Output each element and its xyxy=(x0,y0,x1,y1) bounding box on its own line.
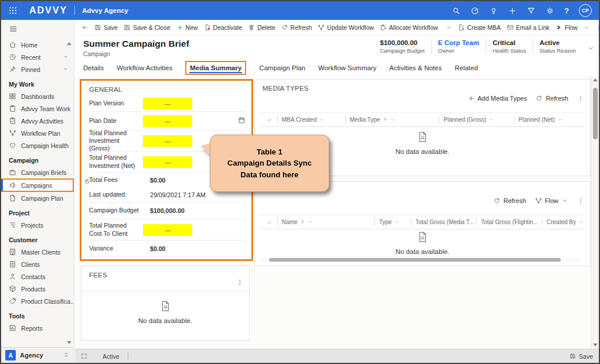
chevron-up-down-icon[interactable] xyxy=(63,350,70,360)
chevron-down-icon[interactable] xyxy=(63,54,69,61)
back-button[interactable] xyxy=(79,20,91,35)
flow-button[interactable]: Flow xyxy=(553,20,581,35)
field-variance[interactable]: Variance $0.00 xyxy=(89,241,246,257)
tab-activities-notes[interactable]: Activities & Notes xyxy=(389,61,441,75)
email-a-link-button[interactable]: Email a Link xyxy=(504,20,553,35)
new-button[interactable]: New xyxy=(173,20,201,35)
field-plan-version[interactable]: Plan Version --- xyxy=(89,95,246,112)
save-button[interactable]: Save xyxy=(91,20,121,35)
allocate-workflow-chevron[interactable] xyxy=(443,20,455,35)
deactivate-button[interactable]: Deactivate xyxy=(201,20,246,35)
filter-icon[interactable] xyxy=(527,6,536,15)
column-type[interactable]: Type xyxy=(374,218,411,226)
sidebar-item-pinned[interactable]: Pinned xyxy=(1,63,74,75)
column-total-gross-flighting[interactable]: Total Gross (Flightin... xyxy=(476,218,542,226)
form-content: GENERAL Plan Version --- Plan Date --- T… xyxy=(75,76,599,349)
add-media-types-button[interactable]: Add Media Types xyxy=(468,95,527,102)
column-name[interactable]: Name xyxy=(277,218,374,226)
horizontal-scrollbar[interactable] xyxy=(261,257,581,262)
field-total-planned-cost-to-client[interactable]: Total Planned Cost To Client --- xyxy=(89,219,246,241)
pin-icon xyxy=(9,66,16,73)
media-types-refresh-button[interactable]: Refresh xyxy=(536,95,568,102)
expand-icon[interactable] xyxy=(81,353,87,359)
tab-media-summary[interactable]: Media Summary xyxy=(185,61,246,75)
vertical-scrollbar[interactable] xyxy=(591,76,599,349)
sidebar-item-clients[interactable]: Clients xyxy=(1,258,74,270)
column-total-gross-media[interactable]: Total Gross (Media T... xyxy=(411,218,476,226)
annotation-callout: Table 1 Campaign Details Sync Data found… xyxy=(210,135,329,192)
menu-icon[interactable] xyxy=(1,20,74,38)
bookings-more-button[interactable] xyxy=(577,197,584,204)
calendar-icon[interactable] xyxy=(238,116,246,126)
column-mba-created[interactable]: MBA Created xyxy=(277,115,345,124)
update-workflow-button[interactable]: Update Workflow xyxy=(315,20,377,35)
fees-more-button[interactable] xyxy=(236,278,244,289)
column-created-by[interactable]: Created By xyxy=(542,218,584,226)
sidebar-item-campaign-health[interactable]: Campaign Health xyxy=(1,139,74,152)
owner-link[interactable]: E Corp Team xyxy=(438,39,479,46)
stat-status-reason: Active Status Reason xyxy=(533,39,582,54)
chevron-down-icon[interactable] xyxy=(63,66,69,73)
sidebar-item-products[interactable]: Products xyxy=(1,283,74,295)
plus-icon[interactable] xyxy=(508,6,517,15)
ellipsis-icon xyxy=(595,24,599,31)
sidebar-item-recent[interactable]: Recent xyxy=(1,51,74,63)
create-mba-button[interactable]: Create MBA xyxy=(455,20,503,35)
sidebar-item-workflow-plan[interactable]: Workflow Plan xyxy=(1,127,74,139)
stat-owner: E Corp Team Owner xyxy=(431,39,486,54)
sidebar-item-projects[interactable]: Projects xyxy=(1,219,74,231)
save-and-close-button[interactable]: Save & Close xyxy=(121,20,173,35)
column-planned-net[interactable]: Planned (Net) xyxy=(514,115,584,124)
sidebar-item-home[interactable]: Home xyxy=(1,39,74,51)
sidebar-item-product-classifications[interactable]: Product Classifica... xyxy=(1,295,74,307)
column-planned-gross[interactable]: Planned (Gross) xyxy=(439,115,514,124)
statusbar-save-button[interactable]: Save xyxy=(570,353,593,360)
help-icon[interactable]: ? xyxy=(564,6,569,15)
refresh-button[interactable]: Refresh xyxy=(278,20,315,35)
sidebar-item-reports[interactable]: Reports xyxy=(1,322,74,334)
area-switcher[interactable]: A Agency xyxy=(1,347,74,363)
sidebar-item-campaign-plan[interactable]: Campaign Plan xyxy=(1,192,74,204)
header-collapse-chevron[interactable] xyxy=(587,44,595,54)
select-all-checkmark[interactable] xyxy=(261,218,277,226)
gear-icon[interactable] xyxy=(546,6,554,15)
tab-workflow-activities[interactable]: Workflow Activities xyxy=(117,61,172,75)
scroll-up-arrow[interactable] xyxy=(593,78,598,81)
tab-workflow-summary[interactable]: Workflow Summary xyxy=(318,61,376,75)
sidebar-item-campaign-briefs[interactable]: Campaign Briefs xyxy=(1,166,74,178)
tab-campaign-plan[interactable]: Campaign Plan xyxy=(259,61,305,75)
scroll-down-arrow[interactable] xyxy=(593,344,598,346)
scrollbar-thumb[interactable] xyxy=(593,88,598,139)
sidebar-item-master-clients[interactable]: Master Clients xyxy=(1,246,74,258)
tab-related[interactable]: Related xyxy=(455,61,478,75)
bookings-refresh-button[interactable]: Refresh xyxy=(493,197,526,204)
delete-button[interactable]: Delete xyxy=(245,20,278,35)
sidebar-item-dashboards[interactable]: Dashboards xyxy=(1,90,74,102)
allocate-workflow-button[interactable]: Allocate Workflow xyxy=(377,20,441,35)
home-icon xyxy=(9,41,16,49)
column-media-type[interactable]: Media Type xyxy=(345,115,439,124)
sidebar-item-advvy-team-work[interactable]: Advvy Team Work xyxy=(1,102,74,115)
media-types-grid-header: MBA Created Media Type Planned (Gross) P… xyxy=(261,112,584,127)
waffle-icon[interactable] xyxy=(8,6,18,15)
more-commands-button[interactable] xyxy=(592,20,599,35)
field-campaign-budget[interactable]: Campaign Budget $100,000.00 xyxy=(89,202,246,219)
building-icon xyxy=(9,248,16,256)
highlighted-value: --- xyxy=(143,135,192,147)
search-icon[interactable] xyxy=(452,6,461,15)
scrollbar-thumb[interactable] xyxy=(269,258,561,262)
avatar[interactable]: CP xyxy=(579,4,592,17)
command-bar: Save Save & Close New Deactivate Delete … xyxy=(75,20,599,36)
bookings-flow-button[interactable]: Flow xyxy=(535,197,568,204)
sidebar-item-contacts[interactable]: Contacts xyxy=(1,270,74,283)
sidebar-item-campaigns[interactable]: Campaigns xyxy=(1,178,74,192)
gauge-icon[interactable] xyxy=(471,6,479,15)
cube-icon xyxy=(9,285,16,293)
select-all-checkmark[interactable] xyxy=(261,115,277,124)
tab-details[interactable]: Details xyxy=(83,61,104,75)
lightbulb-icon[interactable] xyxy=(489,6,498,15)
sidebar-item-advvy-activities[interactable]: Advvy Activities xyxy=(1,115,74,127)
media-types-more-button[interactable] xyxy=(577,95,584,102)
flow-chevron[interactable] xyxy=(581,20,592,35)
allocate-icon xyxy=(380,24,387,31)
